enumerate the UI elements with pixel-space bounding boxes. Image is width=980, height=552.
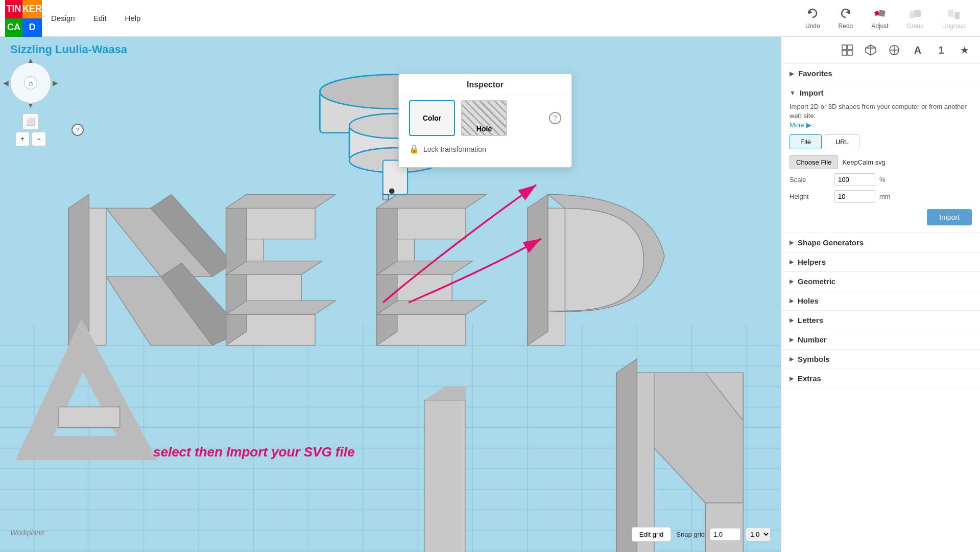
toolbar: TIN KER CA D Design Edit Help Undo Redo … xyxy=(0,0,980,37)
extras-section[interactable]: ▶ Extras xyxy=(781,369,980,388)
svg-rect-78 xyxy=(848,45,852,50)
favorites-section-header[interactable]: ▶ Favorites xyxy=(781,64,980,83)
svg-marker-58 xyxy=(528,194,548,345)
view-cube-btn[interactable]: ⬜ xyxy=(22,113,39,130)
color-swatch[interactable]: Color xyxy=(409,100,455,136)
geometric-section[interactable]: ▶ Geometric xyxy=(781,272,980,291)
svg-marker-46 xyxy=(226,194,336,208)
logo-tin: TIN xyxy=(5,0,22,18)
letters-section[interactable]: ▶ Letters xyxy=(781,311,980,330)
holes-section[interactable]: ▶ Holes xyxy=(781,291,980,311)
import-header[interactable]: ▼ Import xyxy=(781,83,980,100)
project-title[interactable]: Sizzling Luulia-Waasa xyxy=(10,43,127,56)
import-section: ▼ Import Import 2D or 3D shapes from you… xyxy=(781,83,980,233)
shape-generators-arrow: ▶ xyxy=(790,239,794,246)
nav-orbit-control[interactable]: ⌂ xyxy=(10,62,51,103)
star-icon[interactable]: ★ xyxy=(955,41,974,59)
geometric-label: Geometric xyxy=(798,277,835,286)
import-button[interactable]: Import xyxy=(927,209,972,225)
snap-grid-label: Snap grid xyxy=(676,531,705,538)
undo-button[interactable]: Undo xyxy=(796,4,829,33)
svg-marker-0 xyxy=(808,10,812,14)
nav-right-arrow[interactable]: ▶ xyxy=(53,79,58,87)
edit-menu[interactable]: Edit xyxy=(84,10,116,27)
import-label: Import xyxy=(800,88,824,97)
redo-button[interactable]: Redo xyxy=(829,4,863,33)
helpers-section[interactable]: ▶ Helpers xyxy=(781,252,980,272)
adjust-button[interactable]: Adjust xyxy=(862,4,897,33)
svg-marker-38 xyxy=(68,194,89,345)
help-button[interactable]: ? xyxy=(71,124,84,136)
symbols-arrow: ▶ xyxy=(790,356,794,362)
nav-up-arrow[interactable]: ▲ xyxy=(27,56,34,64)
3d-canvas xyxy=(0,37,781,552)
symbols-label: Symbols xyxy=(798,355,830,363)
height-row: Height mm xyxy=(790,190,972,203)
file-tab-btn[interactable]: File xyxy=(790,134,822,149)
svg-rect-77 xyxy=(842,45,847,50)
svg-rect-69 xyxy=(58,407,120,427)
svg-point-67 xyxy=(389,188,395,194)
zoom-in-btn[interactable]: + xyxy=(15,132,30,146)
svg-marker-75 xyxy=(616,359,637,552)
grid-view-icon[interactable] xyxy=(838,41,856,59)
height-unit: mm xyxy=(879,193,891,200)
svg-rect-4 xyxy=(910,11,915,18)
scale-unit: % xyxy=(879,176,886,183)
svg-marker-1 xyxy=(846,10,850,14)
url-tab-btn[interactable]: URL xyxy=(825,134,859,149)
redo-label: Redo xyxy=(839,22,853,30)
svg-rect-3 xyxy=(878,10,886,17)
svg-rect-7 xyxy=(954,12,960,19)
cube-view-icon[interactable] xyxy=(862,41,880,59)
undo-label: Undo xyxy=(805,22,820,30)
edit-grid-button[interactable]: Edit grid xyxy=(632,527,672,542)
canvas-area[interactable]: Sizzling Luulia-Waasa ? ⌂ ▲ ▼ ◀ ▶ xyxy=(0,37,781,552)
logo-d: D xyxy=(22,18,42,37)
number-label: Number xyxy=(798,335,827,344)
holes-label: Holes xyxy=(798,296,819,305)
lock-row: 🔒 Lock transformation xyxy=(399,141,571,159)
height-input[interactable] xyxy=(834,190,875,203)
panel-icons-row: A 1 ★ xyxy=(781,37,980,64)
ungroup-label: Ungroup xyxy=(942,22,966,30)
letters-label: Letters xyxy=(798,316,823,325)
favorites-label: Favorites xyxy=(798,69,832,78)
number-section[interactable]: ▶ Number xyxy=(781,330,980,350)
main-layout: Sizzling Luulia-Waasa ? ⌂ ▲ ▼ ◀ ▶ xyxy=(0,37,980,552)
nav-controls: ⌂ ▲ ▼ ◀ ▶ ⬜ + − xyxy=(10,62,51,146)
design-menu[interactable]: Design xyxy=(42,10,84,27)
lock-icon: 🔒 xyxy=(409,144,419,154)
helpers-arrow: ▶ xyxy=(790,259,794,265)
shapes-icon[interactable] xyxy=(885,41,903,59)
group-label: Group xyxy=(907,22,924,30)
nav-down-arrow[interactable]: ▼ xyxy=(27,101,34,109)
height-label: Height xyxy=(790,193,830,200)
scale-input[interactable] xyxy=(834,173,875,186)
nav-left-arrow[interactable]: ◀ xyxy=(3,79,9,87)
text-icon[interactable]: A xyxy=(909,41,927,59)
symbols-section[interactable]: ▶ Symbols xyxy=(781,350,980,369)
more-link[interactable]: More ▶ xyxy=(790,121,811,129)
inspector-title: Inspector xyxy=(399,74,571,95)
zoom-out-btn[interactable]: − xyxy=(32,132,46,146)
right-panel: A 1 ★ ▶ Favorites ▼ Import Import 2D or … xyxy=(781,37,980,552)
snap-grid-input[interactable] xyxy=(710,528,740,541)
number-icon[interactable]: 1 xyxy=(932,41,950,59)
group-button[interactable]: Group xyxy=(898,4,933,33)
svg-rect-6 xyxy=(948,10,953,17)
inspector-help-btn[interactable]: ? xyxy=(549,112,561,124)
hole-swatch[interactable]: Hole xyxy=(461,100,507,136)
choose-file-button[interactable]: Choose File xyxy=(790,155,838,169)
nav-home[interactable]: ⌂ xyxy=(24,76,37,89)
shape-generators-section[interactable]: ▶ Shape Generators xyxy=(781,233,980,252)
favorites-arrow: ▶ xyxy=(790,70,794,77)
logo[interactable]: TIN KER CA D xyxy=(5,0,42,37)
annotation-text: select then Import your SVG file xyxy=(153,444,354,460)
scale-row: Scale % xyxy=(790,173,972,186)
bottom-controls: Edit grid Snap grid 1.0 0.5 2.0 xyxy=(632,527,771,542)
help-menu[interactable]: Help xyxy=(116,10,150,27)
snap-grid-select[interactable]: 1.0 0.5 2.0 xyxy=(746,527,771,541)
extras-arrow: ▶ xyxy=(790,375,794,382)
ungroup-button[interactable]: Ungroup xyxy=(933,4,975,33)
